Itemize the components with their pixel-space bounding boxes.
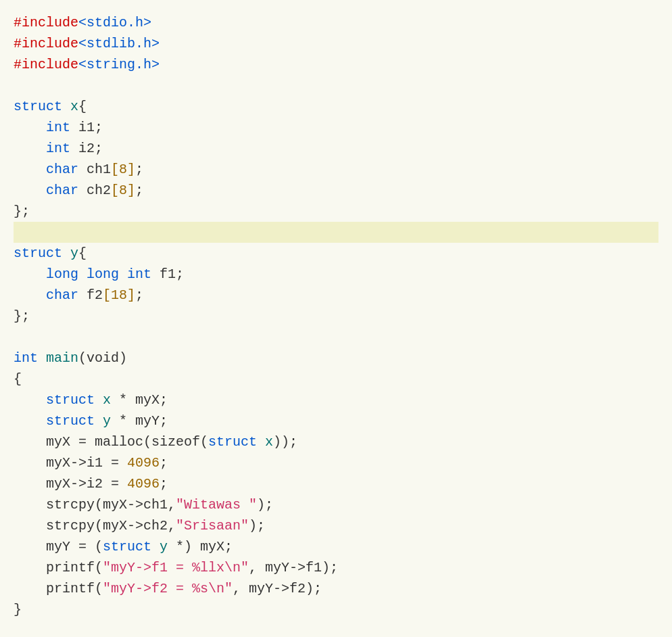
- code-token: ;: [135, 180, 143, 201]
- code-token: i1;: [70, 117, 103, 138]
- code-token: char: [14, 180, 78, 201]
- code-token: {: [14, 369, 22, 390]
- code-line-7: int i2;: [14, 138, 658, 159]
- code-token: *) myX;: [168, 536, 233, 557]
- code-token: * myX;: [111, 390, 168, 410]
- code-container: #include<stdio.h>#include<stdlib.h>#incl…: [0, 0, 672, 637]
- code-token: 4096: [127, 452, 160, 473]
- code-token: };: [14, 306, 30, 327]
- code-token: myX->i1 =: [14, 452, 127, 473]
- code-token: f2: [78, 285, 103, 306]
- code-line-11: [14, 222, 658, 243]
- code-token: "myY->f2 = %s\n": [103, 578, 233, 599]
- code-token: i2;: [70, 138, 103, 159]
- code-line-15: };: [14, 306, 658, 327]
- code-token: ;: [160, 473, 168, 494]
- code-token: <stdio.h>: [78, 12, 151, 33]
- code-token: strcpy(myX->ch1,: [14, 494, 176, 515]
- code-line-20: struct y * myY;: [14, 410, 658, 431]
- code-line-9: char ch2[8];: [14, 180, 658, 201]
- code-line-3: #include<string.h>: [14, 54, 658, 75]
- code-line-25: strcpy(myX->ch2,"Srisaan");: [14, 515, 658, 536]
- code-line-12: struct y{: [14, 243, 658, 264]
- code-line-14: char f2[18];: [14, 285, 658, 306]
- code-token: myX = malloc(sizeof(: [14, 431, 208, 452]
- code-token: [8]: [111, 180, 135, 201]
- code-token: };: [14, 201, 30, 222]
- code-line-19: struct x * myX;: [14, 390, 658, 410]
- code-token: ;: [135, 285, 143, 306]
- code-token: struct: [14, 96, 62, 117]
- code-token: myX->i2 =: [14, 473, 127, 494]
- code-token: x: [62, 96, 78, 117]
- code-token: x: [257, 431, 273, 452]
- code-token: struct: [14, 410, 95, 431]
- code-token: * myY;: [111, 410, 168, 431]
- code-token: printf(: [14, 578, 103, 599]
- code-token: );: [249, 515, 265, 536]
- code-line-17: int main(void): [14, 348, 658, 369]
- code-token: ;: [135, 159, 143, 180]
- code-token: char: [14, 159, 78, 180]
- code-line-26: myY = (struct y *) myX;: [14, 536, 658, 557]
- code-token: printf(: [14, 557, 103, 578]
- code-token: #include: [14, 33, 78, 54]
- code-line-16: [14, 327, 658, 348]
- code-token: (void): [78, 348, 127, 369]
- code-token: {: [78, 96, 87, 117]
- code-line-24: strcpy(myX->ch1,"Witawas ");: [14, 494, 658, 515]
- code-token: 4096: [127, 473, 160, 494]
- code-token: int: [14, 348, 38, 369]
- code-token: y: [95, 410, 111, 431]
- code-token: int: [119, 264, 151, 285]
- code-token: myY = (: [14, 536, 103, 557]
- code-token: ch2: [78, 180, 111, 201]
- code-token: {: [78, 243, 87, 264]
- code-token: struct: [208, 431, 257, 452]
- code-token: char: [14, 285, 78, 306]
- code-token: long: [14, 264, 78, 285]
- code-token: <stdlib.h>: [78, 33, 160, 54]
- code-line-4: [14, 75, 658, 96]
- code-line-1: #include<stdio.h>: [14, 12, 658, 33]
- code-token: ;: [160, 452, 168, 473]
- code-line-6: int i1;: [14, 117, 658, 138]
- code-token: }: [14, 599, 22, 620]
- code-token: main: [38, 348, 78, 369]
- code-token: struct: [14, 243, 62, 264]
- code-token: #include: [14, 54, 78, 75]
- code-token: [18]: [103, 285, 135, 306]
- code-token: struct: [103, 536, 151, 557]
- code-line-2: #include<stdlib.h>: [14, 33, 658, 54]
- code-line-28: printf("myY->f2 = %s\n", myY->f2);: [14, 578, 658, 599]
- code-token: strcpy(myX->ch2,: [14, 515, 176, 536]
- code-token: [8]: [111, 159, 135, 180]
- code-token: "Witawas ": [176, 494, 257, 515]
- code-line-21: myX = malloc(sizeof(struct x));: [14, 431, 658, 452]
- code-token: "Srisaan": [176, 515, 249, 536]
- code-token: ));: [273, 431, 297, 452]
- code-line-8: char ch1[8];: [14, 159, 658, 180]
- code-token: f1;: [151, 264, 184, 285]
- code-token: <string.h>: [78, 54, 160, 75]
- code-token: y: [62, 243, 78, 264]
- code-line-29: }: [14, 599, 658, 620]
- code-token: #include: [14, 12, 78, 33]
- code-token: int: [14, 138, 70, 159]
- code-token: "myY->f1 = %llx\n": [103, 557, 249, 578]
- code-token: y: [151, 536, 168, 557]
- code-token: long: [78, 264, 119, 285]
- code-line-18: {: [14, 369, 658, 390]
- code-line-22: myX->i1 = 4096;: [14, 452, 658, 473]
- code-line-13: long long int f1;: [14, 264, 658, 285]
- code-line-27: printf("myY->f1 = %llx\n", myY->f1);: [14, 557, 658, 578]
- code-token: );: [257, 494, 273, 515]
- code-line-10: };: [14, 201, 658, 222]
- code-token: struct: [14, 390, 95, 410]
- code-token: int: [14, 117, 70, 138]
- code-token: , myY->f2);: [233, 578, 322, 599]
- code-line-5: struct x{: [14, 96, 658, 117]
- code-token: , myY->f1);: [249, 557, 338, 578]
- code-token: x: [95, 390, 111, 410]
- code-token: ch1: [78, 159, 111, 180]
